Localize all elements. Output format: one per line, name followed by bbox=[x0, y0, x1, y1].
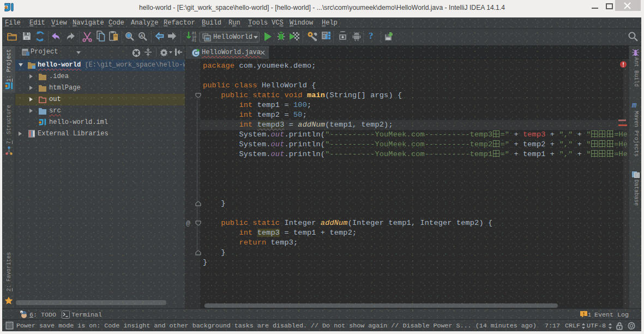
svg-text:01: 01 bbox=[192, 38, 196, 43]
svg-text:e: e bbox=[21, 311, 22, 314]
svg-text:A: A bbox=[140, 33, 143, 38]
